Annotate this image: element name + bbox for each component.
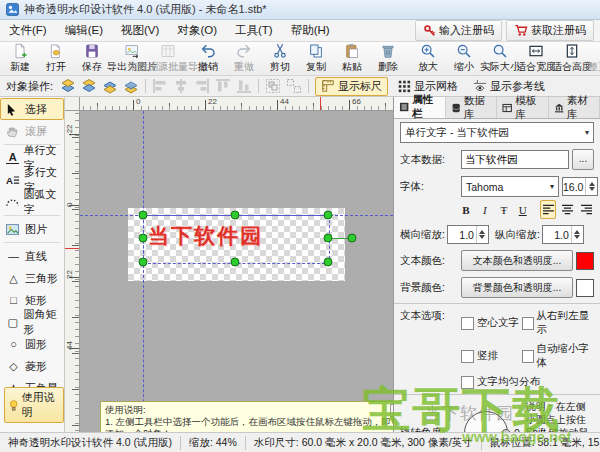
show-ruler-toggle[interactable]: 显示标尺: [315, 77, 388, 96]
align-center-button[interactable]: [559, 200, 575, 219]
save-button[interactable]: 保存: [74, 42, 110, 75]
tool-scroll[interactable]: 滚屏: [0, 120, 64, 142]
new-button[interactable]: 新建: [2, 42, 38, 75]
menu-help[interactable]: 帮助(H): [282, 20, 339, 41]
ungroup-button[interactable]: [284, 78, 304, 95]
menu-file[interactable]: 文件(F): [0, 20, 56, 41]
bring-forward-button[interactable]: [58, 78, 78, 95]
batch-export-button[interactable]: 依数据源批量导出: [150, 42, 186, 75]
toolbar-separator: [308, 79, 309, 93]
align-center-button[interactable]: [171, 78, 191, 95]
menu-edit[interactable]: 编辑(E): [56, 20, 112, 41]
tab-properties[interactable]: 属性栏: [394, 97, 446, 118]
tab-database[interactable]: 数据库: [446, 97, 498, 118]
rotation-handle[interactable]: [348, 234, 357, 243]
copy-icon: [307, 43, 325, 59]
design-canvas[interactable]: 当下软件园 × 使用说明: 1. 左侧工具栏中选择一个功能后，在画布区域按住鼠标…: [80, 111, 393, 432]
selection-handle-ne[interactable]: [324, 211, 333, 220]
usage-help-button[interactable]: 使用说明: [4, 387, 64, 423]
selection-handle-w[interactable]: [139, 234, 148, 243]
full-page-button[interactable]: 整页显示: [590, 42, 600, 75]
tool-diamond[interactable]: ◇ 菱形: [0, 355, 64, 377]
zoom-in-button[interactable]: 放大: [410, 42, 446, 75]
fit-width-button[interactable]: 适合宽度: [518, 42, 554, 75]
copy-button[interactable]: 复制: [298, 42, 334, 75]
align-left-button[interactable]: [540, 200, 556, 219]
selection-handle-se[interactable]: [324, 258, 333, 267]
redo-button[interactable]: 重做: [226, 42, 262, 75]
h-scale-spinner[interactable]: 1.0: [447, 225, 489, 244]
paste-button[interactable]: 粘贴: [334, 42, 370, 75]
align-bottom-button[interactable]: [234, 78, 254, 95]
align-left-button[interactable]: [150, 78, 170, 95]
selection-handle-s[interactable]: [231, 258, 240, 267]
actual-size-button[interactable]: 实际大小: [482, 42, 518, 75]
checkbox-icon: [461, 350, 474, 363]
text-color-button[interactable]: 文本颜色和透明度...: [461, 250, 573, 271]
undo-button[interactable]: 撤销: [190, 42, 226, 75]
tool-select[interactable]: 选择: [0, 98, 64, 120]
text-data-more-button[interactable]: ...: [572, 149, 594, 170]
checkbox-hollow-text[interactable]: 空心文字: [461, 309, 522, 337]
checkbox-vertical[interactable]: 竖排: [461, 342, 522, 370]
get-registration-button[interactable]: 获取注册码: [506, 20, 594, 41]
strikethrough-button[interactable]: Ŧ: [496, 200, 512, 219]
spinner-arrows-icon[interactable]: [571, 226, 583, 243]
italic-button[interactable]: I: [477, 200, 493, 219]
v-scale-spinner[interactable]: 1.0: [542, 225, 584, 244]
scissors-icon: [271, 43, 289, 59]
cut-button[interactable]: 剪切: [262, 42, 298, 75]
font-label: 字体:: [400, 180, 458, 194]
checkbox-rtl[interactable]: 从右到左显示: [522, 309, 594, 337]
bg-color-button[interactable]: 背景颜色和透明度...: [461, 277, 573, 298]
tool-image[interactable]: 图片: [0, 218, 64, 240]
title-bar: 神奇透明水印设计软件 4.0 (试用版) - 未命名1.stb*: [0, 0, 600, 20]
menu-object[interactable]: 对象(O): [168, 20, 226, 41]
spinner-arrows-icon[interactable]: [585, 178, 597, 195]
send-backward-button[interactable]: [79, 78, 99, 95]
line-icon: —: [6, 250, 21, 262]
fit-height-button[interactable]: 适合高度: [554, 42, 590, 75]
font-size-spinner[interactable]: 16.0: [562, 177, 598, 196]
checkbox-icon: [461, 317, 474, 330]
selection-handle-nw[interactable]: [139, 211, 148, 220]
bold-button[interactable]: B: [458, 200, 474, 219]
tool-rounded-rectangle[interactable]: ▢ 圆角矩形: [0, 311, 64, 333]
align-right-button[interactable]: [192, 78, 212, 95]
selection-handle-sw[interactable]: [139, 258, 148, 267]
open-button[interactable]: 打开: [38, 42, 74, 75]
align-top-icon: [215, 78, 231, 94]
tool-triangle[interactable]: △ 三角形: [0, 267, 64, 289]
bring-to-front-button[interactable]: [100, 78, 120, 95]
selection-handle-n[interactable]: [231, 211, 240, 220]
align-top-button[interactable]: [213, 78, 233, 95]
zoom-out-button[interactable]: 缩小: [446, 42, 482, 75]
font-family-dropdown[interactable]: Tahoma ▾: [461, 176, 559, 197]
panel-separator: [394, 394, 600, 395]
checkbox-auto-shrink[interactable]: 自动缩小字体: [522, 342, 594, 370]
spinner-arrows-icon[interactable]: [476, 226, 488, 243]
group-button[interactable]: [263, 78, 283, 95]
tool-arc-text[interactable]: 圆弧文字: [0, 191, 64, 213]
grid-icon: [397, 79, 411, 93]
checkbox-even-distribute[interactable]: 文字均匀分布: [461, 375, 540, 389]
underline-button[interactable]: U: [515, 200, 531, 219]
bg-color-swatch[interactable]: [576, 279, 594, 297]
menu-bar: 文件(F) 编辑(E) 视图(V) 对象(O) 工具(T) 帮助(H) 输入注册…: [0, 20, 600, 42]
send-to-back-button[interactable]: [121, 78, 141, 95]
tab-materials[interactable]: 素材库: [549, 97, 600, 118]
text-color-swatch[interactable]: [576, 252, 594, 270]
align-right-button[interactable]: [578, 200, 594, 219]
text-object[interactable]: 当下软件园: [148, 222, 263, 250]
menu-tools[interactable]: 工具(T): [226, 20, 282, 41]
selection-handle-e[interactable]: [324, 234, 333, 243]
zoom-in-icon: [419, 43, 437, 59]
menu-view[interactable]: 视图(V): [112, 20, 168, 41]
checkbox-icon: [461, 376, 474, 389]
tab-templates[interactable]: 模板库: [497, 97, 549, 118]
enter-registration-button[interactable]: 输入注册码: [415, 20, 502, 41]
tool-line[interactable]: — 直线: [0, 245, 64, 267]
text-data-input[interactable]: [461, 150, 569, 169]
object-selector-dropdown[interactable]: 单行文字 - 当下软件园 ▾: [400, 122, 594, 143]
delete-button[interactable]: 删除: [370, 42, 406, 75]
